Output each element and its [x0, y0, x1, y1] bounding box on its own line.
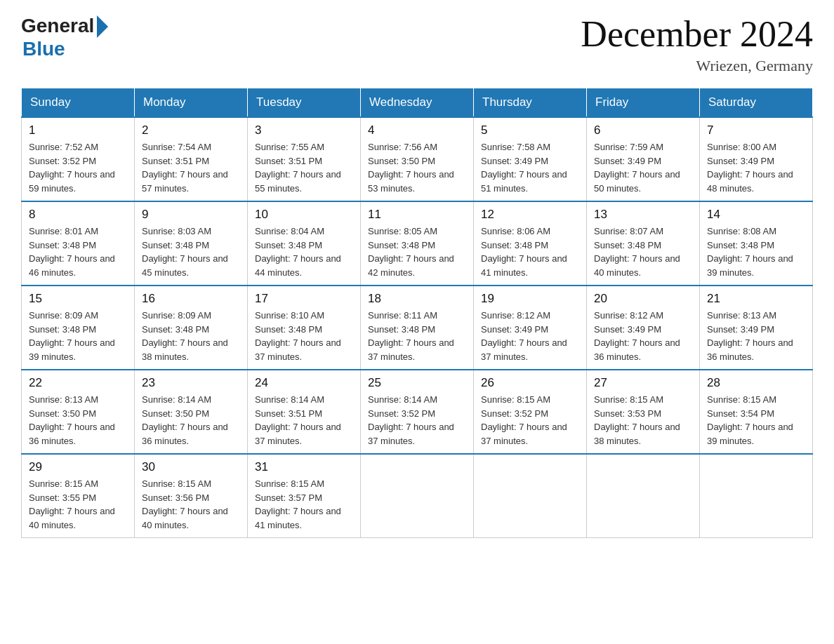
day-info: Sunrise: 7:52 AMSunset: 3:52 PMDaylight:…: [29, 142, 115, 194]
calendar-cell: [587, 454, 700, 538]
day-info: Sunrise: 8:14 AMSunset: 3:50 PMDaylight:…: [142, 394, 228, 446]
day-number: 13: [594, 208, 692, 222]
day-info: Sunrise: 8:09 AMSunset: 3:48 PMDaylight:…: [142, 310, 228, 362]
day-number: 10: [255, 208, 353, 222]
calendar-cell: 11 Sunrise: 8:05 AMSunset: 3:48 PMDaylig…: [361, 201, 474, 286]
calendar-cell: 17 Sunrise: 8:10 AMSunset: 3:48 PMDaylig…: [248, 286, 361, 370]
calendar-cell: 2 Sunrise: 7:54 AMSunset: 3:51 PMDayligh…: [135, 117, 248, 201]
calendar-cell: 28 Sunrise: 8:15 AMSunset: 3:54 PMDaylig…: [700, 370, 813, 454]
day-info: Sunrise: 8:06 AMSunset: 3:48 PMDaylight:…: [481, 226, 567, 278]
day-number: 16: [142, 292, 240, 306]
day-number: 8: [29, 208, 127, 222]
day-number: 26: [481, 376, 579, 390]
calendar-cell: 20 Sunrise: 8:12 AMSunset: 3:49 PMDaylig…: [587, 286, 700, 370]
day-number: 20: [594, 292, 692, 306]
day-number: 24: [255, 376, 353, 390]
day-info: Sunrise: 8:12 AMSunset: 3:49 PMDaylight:…: [481, 310, 567, 362]
day-number: 3: [255, 123, 353, 137]
day-number: 7: [707, 123, 805, 137]
calendar-cell: 8 Sunrise: 8:01 AMSunset: 3:48 PMDayligh…: [22, 201, 135, 286]
logo: General Blue: [21, 14, 108, 60]
calendar-day-header-friday: Friday: [587, 88, 700, 118]
day-number: 1: [29, 123, 127, 137]
calendar-table: SundayMondayTuesdayWednesdayThursdayFrid…: [21, 88, 813, 538]
day-number: 4: [368, 123, 466, 137]
calendar-cell: 26 Sunrise: 8:15 AMSunset: 3:52 PMDaylig…: [474, 370, 587, 454]
logo-text-blue: Blue: [22, 38, 65, 60]
day-number: 28: [707, 376, 805, 390]
calendar-day-header-monday: Monday: [135, 88, 248, 118]
day-number: 5: [481, 123, 579, 137]
day-info: Sunrise: 8:15 AMSunset: 3:54 PMDaylight:…: [707, 394, 793, 446]
calendar-cell: 6 Sunrise: 7:59 AMSunset: 3:49 PMDayligh…: [587, 117, 700, 201]
day-info: Sunrise: 8:03 AMSunset: 3:48 PMDaylight:…: [142, 226, 228, 278]
calendar-cell: 5 Sunrise: 7:58 AMSunset: 3:49 PMDayligh…: [474, 117, 587, 201]
day-number: 11: [368, 208, 466, 222]
day-info: Sunrise: 8:11 AMSunset: 3:48 PMDaylight:…: [368, 310, 454, 362]
day-number: 22: [29, 376, 127, 390]
day-info: Sunrise: 8:13 AMSunset: 3:49 PMDaylight:…: [707, 310, 793, 362]
day-info: Sunrise: 8:15 AMSunset: 3:57 PMDaylight:…: [255, 478, 341, 530]
calendar-cell: 10 Sunrise: 8:04 AMSunset: 3:48 PMDaylig…: [248, 201, 361, 286]
calendar-cell: [700, 454, 813, 538]
calendar-cell: 31 Sunrise: 8:15 AMSunset: 3:57 PMDaylig…: [248, 454, 361, 538]
day-number: 2: [142, 123, 240, 137]
calendar-cell: 9 Sunrise: 8:03 AMSunset: 3:48 PMDayligh…: [135, 201, 248, 286]
calendar-week-row: 29 Sunrise: 8:15 AMSunset: 3:55 PMDaylig…: [22, 454, 813, 538]
calendar-cell: 16 Sunrise: 8:09 AMSunset: 3:48 PMDaylig…: [135, 286, 248, 370]
calendar-cell: 4 Sunrise: 7:56 AMSunset: 3:50 PMDayligh…: [361, 117, 474, 201]
day-info: Sunrise: 8:00 AMSunset: 3:49 PMDaylight:…: [707, 142, 793, 194]
calendar-cell: 23 Sunrise: 8:14 AMSunset: 3:50 PMDaylig…: [135, 370, 248, 454]
calendar-cell: 18 Sunrise: 8:11 AMSunset: 3:48 PMDaylig…: [361, 286, 474, 370]
calendar-cell: 21 Sunrise: 8:13 AMSunset: 3:49 PMDaylig…: [700, 286, 813, 370]
day-number: 31: [255, 460, 353, 474]
logo-text-general: General: [21, 15, 94, 37]
calendar-cell: 25 Sunrise: 8:14 AMSunset: 3:52 PMDaylig…: [361, 370, 474, 454]
calendar-cell: 12 Sunrise: 8:06 AMSunset: 3:48 PMDaylig…: [474, 201, 587, 286]
calendar-cell: 13 Sunrise: 8:07 AMSunset: 3:48 PMDaylig…: [587, 201, 700, 286]
calendar-cell: 15 Sunrise: 8:09 AMSunset: 3:48 PMDaylig…: [22, 286, 135, 370]
calendar-day-header-thursday: Thursday: [474, 88, 587, 118]
day-number: 30: [142, 460, 240, 474]
day-info: Sunrise: 7:54 AMSunset: 3:51 PMDaylight:…: [142, 142, 228, 194]
day-number: 21: [707, 292, 805, 306]
day-number: 27: [594, 376, 692, 390]
calendar-cell: 14 Sunrise: 8:08 AMSunset: 3:48 PMDaylig…: [700, 201, 813, 286]
calendar-cell: 19 Sunrise: 8:12 AMSunset: 3:49 PMDaylig…: [474, 286, 587, 370]
calendar-day-header-tuesday: Tuesday: [248, 88, 361, 118]
month-title: December 2024: [581, 14, 813, 54]
calendar-cell: 3 Sunrise: 7:55 AMSunset: 3:51 PMDayligh…: [248, 117, 361, 201]
day-info: Sunrise: 8:10 AMSunset: 3:48 PMDaylight:…: [255, 310, 341, 362]
day-info: Sunrise: 7:58 AMSunset: 3:49 PMDaylight:…: [481, 142, 567, 194]
day-info: Sunrise: 7:59 AMSunset: 3:49 PMDaylight:…: [594, 142, 680, 194]
calendar-week-row: 22 Sunrise: 8:13 AMSunset: 3:50 PMDaylig…: [22, 370, 813, 454]
day-info: Sunrise: 8:15 AMSunset: 3:53 PMDaylight:…: [594, 394, 680, 446]
day-number: 6: [594, 123, 692, 137]
location-label: Wriezen, Germany: [581, 57, 813, 75]
day-info: Sunrise: 7:56 AMSunset: 3:50 PMDaylight:…: [368, 142, 454, 194]
logo-arrow-icon: [97, 15, 108, 38]
day-info: Sunrise: 8:12 AMSunset: 3:49 PMDaylight:…: [594, 310, 680, 362]
day-number: 9: [142, 208, 240, 222]
day-info: Sunrise: 8:08 AMSunset: 3:48 PMDaylight:…: [707, 226, 793, 278]
day-info: Sunrise: 8:15 AMSunset: 3:52 PMDaylight:…: [481, 394, 567, 446]
day-info: Sunrise: 8:05 AMSunset: 3:48 PMDaylight:…: [368, 226, 454, 278]
calendar-week-row: 8 Sunrise: 8:01 AMSunset: 3:48 PMDayligh…: [22, 201, 813, 286]
day-number: 29: [29, 460, 127, 474]
page-header: General Blue December 2024 Wriezen, Germ…: [21, 14, 813, 75]
calendar-day-header-sunday: Sunday: [22, 88, 135, 118]
calendar-week-row: 1 Sunrise: 7:52 AMSunset: 3:52 PMDayligh…: [22, 117, 813, 201]
day-number: 19: [481, 292, 579, 306]
calendar-cell: 1 Sunrise: 7:52 AMSunset: 3:52 PMDayligh…: [22, 117, 135, 201]
calendar-cell: 29 Sunrise: 8:15 AMSunset: 3:55 PMDaylig…: [22, 454, 135, 538]
day-info: Sunrise: 8:13 AMSunset: 3:50 PMDaylight:…: [29, 394, 115, 446]
day-info: Sunrise: 8:04 AMSunset: 3:48 PMDaylight:…: [255, 226, 341, 278]
day-number: 25: [368, 376, 466, 390]
day-number: 14: [707, 208, 805, 222]
day-info: Sunrise: 8:14 AMSunset: 3:51 PMDaylight:…: [255, 394, 341, 446]
day-number: 18: [368, 292, 466, 306]
calendar-cell: [361, 454, 474, 538]
day-number: 23: [142, 376, 240, 390]
day-info: Sunrise: 8:14 AMSunset: 3:52 PMDaylight:…: [368, 394, 454, 446]
calendar-day-header-wednesday: Wednesday: [361, 88, 474, 118]
